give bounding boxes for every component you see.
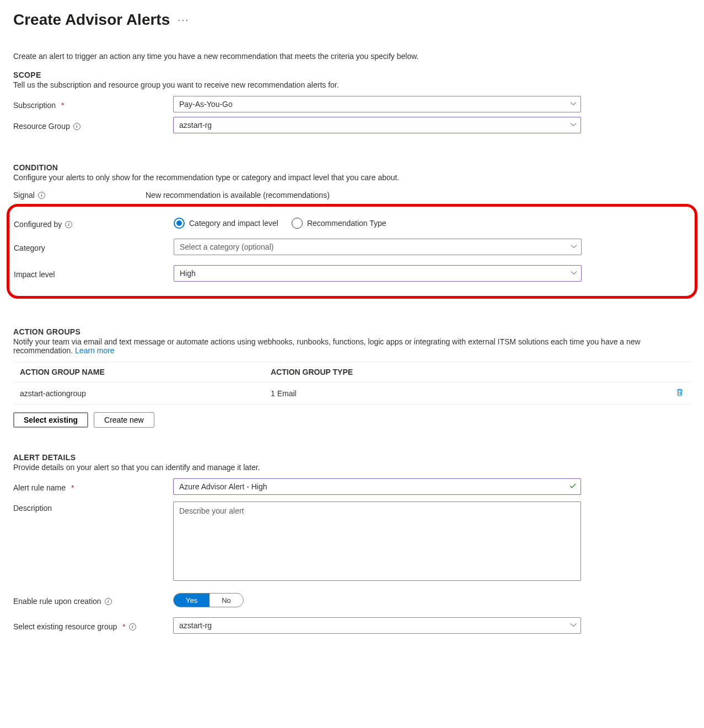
signal-label: Signal [13, 188, 146, 199]
scope-heading: SCOPE [13, 71, 691, 79]
col-name-header: ACTION GROUP NAME [20, 368, 271, 376]
radio-icon [292, 218, 303, 229]
description-textarea[interactable]: Describe your alert [173, 501, 581, 581]
info-icon[interactable] [65, 221, 72, 228]
configured-by-radio-group: Category and impact level Recommendation… [174, 218, 386, 229]
enable-rule-toggle[interactable]: Yes No [173, 593, 244, 607]
create-new-button[interactable]: Create new [94, 412, 154, 428]
action-group-name: azstart-actiongroup [20, 389, 271, 398]
alert-name-input[interactable]: Azure Advisor Alert - High [173, 478, 581, 495]
select-existing-button[interactable]: Select existing [13, 412, 88, 428]
resource-group-select[interactable]: azstart-rg [173, 117, 581, 133]
required-star: * [122, 622, 125, 631]
action-groups-desc: Notify your team via email and text mess… [13, 337, 691, 355]
radio-recommendation-type[interactable]: Recommendation Type [292, 218, 386, 229]
info-icon[interactable] [129, 623, 136, 630]
col-type-header: ACTION GROUP TYPE [271, 368, 662, 376]
category-label: Category [14, 241, 174, 252]
table-row: azstart-actiongroup 1 Email [13, 382, 691, 405]
delete-icon[interactable] [675, 390, 684, 398]
condition-desc: Configure your alerts to only show for t… [13, 173, 691, 182]
toggle-yes[interactable]: Yes [174, 594, 209, 607]
description-label: Description [13, 501, 173, 513]
table-header: ACTION GROUP NAME ACTION GROUP TYPE [13, 362, 691, 382]
page-header: Create Advisor Alerts ··· [13, 11, 691, 29]
enable-rule-label: Enable rule upon creation [13, 595, 173, 606]
existing-rg-select[interactable]: azstart-rg [173, 617, 581, 634]
action-group-table: ACTION GROUP NAME ACTION GROUP TYPE azst… [13, 362, 691, 405]
impact-level-label: Impact level [14, 268, 174, 279]
alert-name-label: Alert rule name* [13, 481, 173, 492]
scope-desc: Tell us the subscription and resource gr… [13, 80, 691, 89]
toggle-no[interactable]: No [209, 594, 243, 607]
info-icon[interactable] [105, 598, 112, 605]
condition-highlight: Configured by Category and impact level … [7, 204, 697, 299]
subscription-select[interactable]: Pay-As-You-Go [173, 96, 581, 112]
learn-more-link[interactable]: Learn more [75, 346, 115, 355]
radio-category-impact[interactable]: Category and impact level [174, 218, 278, 229]
existing-rg-label: Select existing resource group* [13, 620, 173, 631]
resource-group-label: Resource Group [13, 120, 173, 131]
action-group-type: 1 Email [271, 389, 662, 398]
page-intro: Create an alert to trigger an action any… [13, 52, 691, 61]
check-icon [569, 482, 577, 492]
page-title: Create Advisor Alerts [13, 11, 170, 29]
info-icon[interactable] [73, 123, 80, 130]
alert-details-heading: ALERT DETAILS [13, 453, 691, 462]
required-star: * [71, 483, 74, 492]
alert-details-desc: Provide details on your alert so that yo… [13, 463, 691, 472]
category-select[interactable]: Select a category (optional) [174, 239, 582, 255]
radio-icon [174, 218, 185, 229]
action-groups-heading: ACTION GROUPS [13, 327, 691, 336]
more-actions-icon[interactable]: ··· [178, 14, 189, 26]
required-star: * [61, 101, 64, 110]
condition-heading: CONDITION [13, 163, 691, 172]
configured-by-label: Configured by [14, 218, 174, 229]
signal-value: New recommendation is available (recomme… [146, 188, 330, 199]
subscription-label: Subscription* [13, 99, 173, 110]
impact-level-select[interactable]: High [174, 265, 582, 282]
info-icon[interactable] [38, 192, 45, 199]
